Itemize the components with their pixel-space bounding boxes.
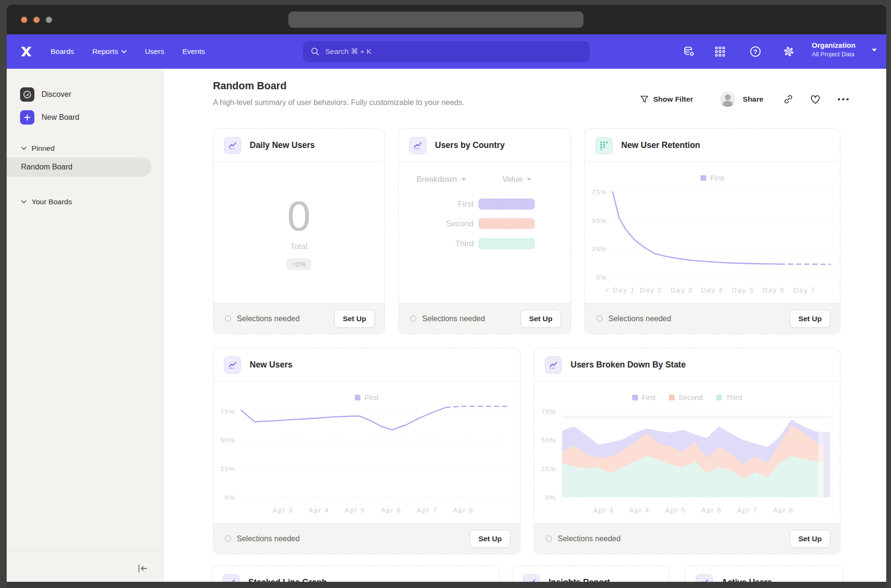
sidebar-divider [7, 550, 163, 551]
card-footer: Selections needed Set Up [399, 303, 571, 334]
svg-text:Day 4: Day 4 [701, 286, 724, 294]
svg-text:Apr 5: Apr 5 [665, 506, 686, 514]
settings-gear-icon[interactable] [782, 45, 796, 58]
set-up-button[interactable]: Set Up [790, 530, 830, 548]
status-text: Selections needed [422, 315, 485, 323]
line-chart-icon [224, 137, 241, 154]
svg-text:Apr 3: Apr 3 [273, 506, 293, 514]
card-footer: Selections needed Set Up [213, 303, 384, 334]
avatar[interactable] [720, 92, 735, 107]
line-chart-icon [696, 574, 713, 582]
nav-item-users[interactable]: Users [145, 47, 164, 56]
card-footer: Selections needed Set Up [534, 523, 840, 554]
card-title: Users by Country [435, 140, 505, 150]
svg-text:75%: 75% [592, 189, 607, 196]
org-switcher[interactable]: Organization All Project Data [812, 41, 856, 59]
sidebar-item-random-board[interactable]: Random Board [7, 158, 151, 177]
search-input[interactable] [324, 47, 573, 56]
caret-down-icon[interactable] [872, 49, 877, 52]
card-header[interactable]: Stacked Line Graph [212, 566, 499, 582]
org-project: All Project Data [812, 50, 856, 59]
svg-text:Day 3: Day 3 [670, 286, 693, 294]
nav-item-events[interactable]: Events [182, 47, 205, 56]
card-header[interactable]: Daily New Users [213, 129, 384, 162]
copy-link-icon[interactable] [784, 94, 793, 104]
zoom-window-icon[interactable] [46, 17, 52, 23]
sidebar-item-new-board[interactable]: New Board [20, 109, 79, 126]
bar-second [478, 218, 535, 229]
card-header[interactable]: New User Retention [585, 129, 840, 162]
page-subtitle: A high-level summary of user behaviors. … [213, 98, 464, 107]
nav-item-reports[interactable]: Reports [92, 47, 127, 56]
svg-text:Apr 4: Apr 4 [308, 506, 329, 514]
collapse-sidebar-icon[interactable] [135, 560, 151, 577]
sidebar-section-pinned[interactable]: Pinned [21, 142, 54, 155]
sidebar-item-label: Discover [42, 90, 71, 99]
set-up-button[interactable]: Set Up [470, 530, 510, 548]
set-up-button[interactable]: Set Up [520, 310, 561, 328]
top-navbar: Boards Reports Users Events [7, 34, 886, 69]
window-titlebar [7, 5, 886, 34]
line-chart-icon [223, 574, 240, 582]
svg-text:Day 2: Day 2 [640, 286, 662, 294]
board-main: Random Board A high-level summary of use… [164, 69, 886, 582]
data-management-icon[interactable] [682, 45, 696, 58]
card-header[interactable]: Users Broken Down By State [534, 348, 840, 382]
nav-item-boards[interactable]: Boards [51, 47, 74, 56]
card-header[interactable]: Active Users [685, 566, 843, 582]
card-header[interactable]: Insights Report [512, 566, 669, 582]
compass-icon [20, 87, 34, 102]
retention-chart: First0%25%50%75%< Day 1Day 2Day 3Day 4Da… [585, 162, 840, 303]
stacked-area-chart: FirstSecondThird0%25%50%75%Apr 3Apr 4Apr… [534, 382, 840, 523]
status-text: Selections needed [558, 535, 621, 543]
favorite-heart-icon[interactable] [810, 95, 820, 104]
svg-text:Day 5: Day 5 [732, 286, 754, 294]
caret-down-icon [461, 178, 466, 181]
metric-delta-badge: ↑0% [286, 258, 311, 270]
breakdown-dropdown[interactable]: Breakdown [416, 175, 466, 184]
svg-text:Apr 6: Apr 6 [381, 506, 401, 514]
status-text: Selections needed [608, 315, 671, 323]
sidebar-section-your-boards[interactable]: Your Boards [21, 196, 72, 208]
card-header[interactable]: New Users [213, 348, 520, 382]
card-new-user-retention: New User Retention First0%25%50%75%< Day… [584, 128, 840, 334]
global-search[interactable] [303, 41, 590, 62]
bar-label: Second [446, 218, 474, 230]
set-up-button[interactable]: Set Up [334, 310, 375, 328]
mixpanel-logo-icon[interactable] [20, 45, 32, 58]
traffic-lights [21, 17, 52, 23]
card-new-users: New Users First0%25%50%75%Apr 3Apr 4Apr … [213, 348, 520, 554]
address-bar[interactable] [288, 11, 583, 28]
filter-funnel-icon [640, 95, 648, 103]
svg-text:Apr 3: Apr 3 [593, 506, 614, 514]
set-up-button[interactable]: Set Up [790, 310, 830, 328]
card-active-users: Active Users [685, 566, 843, 582]
svg-text:Apr 7: Apr 7 [737, 506, 758, 514]
card-header[interactable]: Users by Country [399, 129, 571, 162]
more-options-icon[interactable] [838, 98, 849, 101]
help-icon[interactable]: ? [749, 45, 762, 58]
show-filter-button[interactable]: Show Filter [640, 95, 693, 104]
line-chart-icon [224, 357, 241, 374]
share-button[interactable]: Share [743, 95, 764, 104]
card-title: New User Retention [621, 140, 700, 150]
svg-text:50%: 50% [541, 437, 556, 444]
apps-grid-icon[interactable] [713, 45, 727, 58]
sidebar-item-label: New Board [42, 113, 79, 122]
value-dropdown[interactable]: Value [502, 175, 531, 184]
bar-third [478, 238, 535, 249]
svg-text:Apr 4: Apr 4 [629, 506, 650, 514]
svg-text:?: ? [753, 48, 757, 55]
app-window: Boards Reports Users Events [7, 5, 886, 588]
minimize-window-icon[interactable] [33, 17, 40, 23]
plus-icon [20, 110, 34, 125]
close-window-icon[interactable] [21, 17, 27, 23]
sidebar-item-discover[interactable]: Discover [20, 86, 71, 103]
card-daily-new-users: Daily New Users 0 Total ↑0% Selections n… [213, 128, 385, 334]
retention-grid-icon [595, 137, 613, 154]
svg-text:0%: 0% [224, 494, 235, 501]
bar-first [478, 199, 535, 210]
org-name: Organization [812, 41, 856, 50]
bar-row: Second [399, 218, 571, 230]
card-insights-report: Insights Report [512, 566, 669, 582]
